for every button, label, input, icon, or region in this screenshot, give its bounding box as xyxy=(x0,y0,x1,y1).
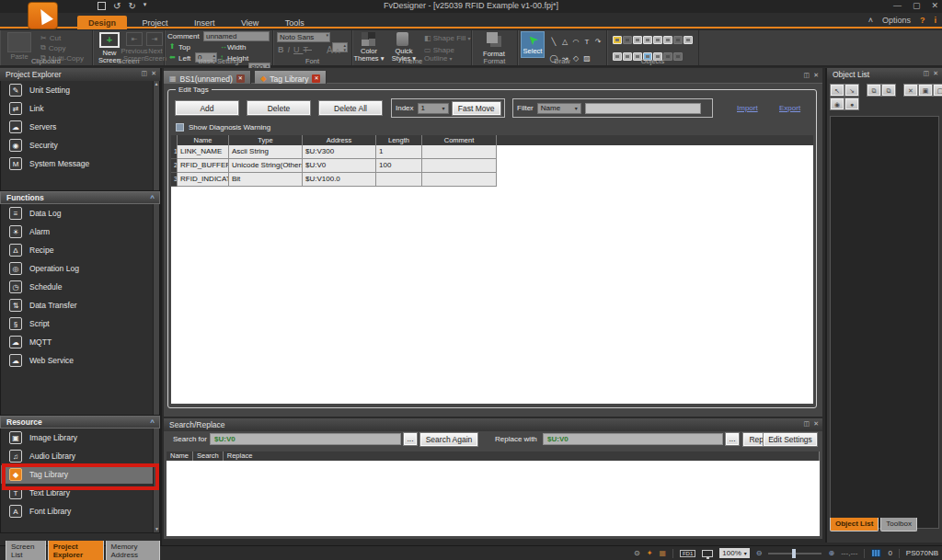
format-icon[interactable] xyxy=(487,32,498,43)
pin-icon[interactable]: ◫ xyxy=(804,72,810,79)
undo-icon[interactable]: ↺ xyxy=(113,1,121,11)
pie-meter-icon[interactable] xyxy=(684,36,693,44)
redo-icon[interactable]: ↻ xyxy=(128,1,135,11)
lock-icon[interactable]: ▣ xyxy=(919,85,932,96)
app-logo-icon[interactable] xyxy=(28,2,58,29)
export-link[interactable]: Export xyxy=(779,104,800,112)
bold-button[interactable]: B xyxy=(278,45,288,54)
line-tool[interactable]: ╲ xyxy=(548,37,559,47)
minimize-button[interactable]: — xyxy=(893,1,902,10)
switch-icon[interactable] xyxy=(633,36,642,44)
close-panel-icon[interactable]: ✕ xyxy=(151,70,156,77)
tab-tools[interactable]: Tools xyxy=(274,16,316,29)
arc-tool[interactable]: ◠ xyxy=(570,37,581,47)
polygon-tool[interactable]: △ xyxy=(559,37,570,47)
object-list-body[interactable] xyxy=(830,116,939,529)
close-tab-icon[interactable]: ✕ xyxy=(236,74,245,83)
qat-more-icon[interactable]: ▾ xyxy=(144,1,147,11)
bring-forward-icon[interactable]: ↖ xyxy=(831,85,844,96)
close-button[interactable]: ✕ xyxy=(931,1,938,10)
tab-object-list[interactable]: Object List xyxy=(830,518,879,531)
filter-text-input[interactable] xyxy=(585,103,701,114)
table-row[interactable]: 2 RFID_BUFFER Unicode String(Others) $U:… xyxy=(171,159,813,173)
sidebar-item-text-library[interactable]: TText Library xyxy=(1,484,159,502)
scrollbar[interactable] xyxy=(153,204,159,415)
ungroup-icon[interactable]: ⧉ xyxy=(882,85,895,96)
save-icon[interactable] xyxy=(98,2,106,10)
sidebar-item-web-service[interactable]: ☁Web Service xyxy=(1,351,159,370)
zoom-slider-thumb[interactable] xyxy=(792,549,796,558)
comment-input[interactable]: unnamed xyxy=(203,31,270,41)
show-diagnosis-checkbox[interactable] xyxy=(176,123,184,131)
import-link[interactable]: Import xyxy=(737,104,758,112)
edit-settings-button[interactable]: Edit Settings xyxy=(764,433,817,446)
search-browse-button[interactable]: ... xyxy=(404,433,417,445)
help-icon[interactable]: ? xyxy=(920,16,925,25)
zoom-out-icon[interactable]: ⊖ xyxy=(756,549,763,557)
tab-toolbox[interactable]: Toolbox xyxy=(880,518,917,531)
send-backward-icon[interactable]: ↘ xyxy=(845,85,858,96)
sidebar-item-font-library[interactable]: AFont Library xyxy=(1,502,159,520)
monitor-icon[interactable] xyxy=(702,550,713,557)
group-icon[interactable]: ⧉ xyxy=(867,85,880,96)
search-for-input[interactable]: $U:V0 xyxy=(210,433,401,445)
replace-browse-button[interactable]: ... xyxy=(726,433,739,445)
zoom-level-select[interactable]: 100%▾ xyxy=(719,548,749,558)
keypad-icon[interactable] xyxy=(663,36,672,44)
collapse-ribbon-icon[interactable]: ˄ xyxy=(868,16,873,25)
select-tool-button[interactable]: ➤ Select xyxy=(521,31,545,58)
hide-all-icon[interactable]: ● xyxy=(845,98,858,109)
grow-font-button[interactable]: A xyxy=(327,45,333,55)
sidebar-item-recipe[interactable]: ΔRecipe xyxy=(1,241,159,259)
simulate-icon[interactable]: ✦ xyxy=(647,549,653,557)
sidebar-item-link[interactable]: ⇄Link xyxy=(1,99,159,118)
close-panel-icon[interactable]: ✕ xyxy=(813,420,819,428)
table-row[interactable]: 1 LINK_NAME Ascii String $U:V300 1 xyxy=(171,145,813,159)
pin-icon[interactable]: ◫ xyxy=(804,420,810,428)
zoom-in-icon[interactable]: ⊕ xyxy=(828,549,834,557)
pin-icon[interactable]: ◫ xyxy=(142,70,148,77)
sidebar-item-security[interactable]: ◉Security xyxy=(1,136,159,154)
search-again-button[interactable]: Search Again xyxy=(420,433,477,446)
delete-button[interactable]: Delete xyxy=(247,101,310,115)
sidebar-item-servers[interactable]: ☁Servers xyxy=(1,118,159,136)
column-name[interactable]: Name xyxy=(178,135,229,145)
fast-move-button[interactable]: Fast Move xyxy=(453,102,500,115)
filter-column-select[interactable]: Name▾ xyxy=(537,103,581,114)
sidebar-item-schedule[interactable]: ◷Schedule xyxy=(1,278,159,296)
sidebar-item-data-log[interactable]: ≡Data Log xyxy=(1,204,159,223)
sidebar-item-mqtt[interactable]: ☁MQTT xyxy=(1,333,159,351)
close-doc-icon[interactable]: ✕ xyxy=(813,72,819,79)
graph-icon[interactable] xyxy=(653,36,662,44)
copy-button[interactable]: ⧉Copy xyxy=(40,43,84,52)
replace-with-input[interactable]: $U:V0 xyxy=(543,433,723,445)
color-themes-icon[interactable] xyxy=(362,32,375,46)
sidebar-item-system-message[interactable]: MSystem Message xyxy=(1,154,159,173)
previous-screen-icon[interactable]: ⇤ xyxy=(126,32,143,46)
pin-icon[interactable]: ◫ xyxy=(924,70,930,77)
column-length[interactable]: Length xyxy=(376,135,422,145)
table-row[interactable]: 3 RFID_INDICATOR Bit $U:V100.0 xyxy=(171,173,813,187)
options-button[interactable]: Options xyxy=(882,16,911,25)
column-replace[interactable]: Replace xyxy=(224,451,820,461)
column-search[interactable]: Search xyxy=(193,451,224,461)
tab-project[interactable]: Project xyxy=(131,16,178,29)
tab-memory-address[interactable]: Memory Address xyxy=(106,541,160,560)
sidebar-item-data-transfer[interactable]: ⇅Data Transfer xyxy=(1,296,159,314)
font-family-select[interactable]: Noto Sans▾ xyxy=(277,32,330,42)
resource-section-header[interactable]: Resource˄ xyxy=(0,416,160,429)
shape-fill-button[interactable]: ◧ Shape Fill ▾ xyxy=(424,34,471,42)
touch-icon[interactable] xyxy=(623,36,632,44)
sidebar-item-image-library[interactable]: ▣Image Library xyxy=(1,429,159,447)
delete-all-button[interactable]: Delete All xyxy=(319,101,382,115)
paste-icon[interactable] xyxy=(7,32,31,52)
functions-section-header[interactable]: Functions˄ xyxy=(0,191,160,204)
new-screen-icon[interactable]: + xyxy=(99,32,120,48)
unlock-icon[interactable]: ▢ xyxy=(934,85,942,96)
quick-styles-icon[interactable] xyxy=(396,32,408,46)
info-icon[interactable]: i xyxy=(934,16,936,25)
sidebar-item-operation-log[interactable]: ◎Operation Log xyxy=(1,259,159,278)
column-name[interactable]: Name xyxy=(167,451,193,461)
sidebar-item-alarm[interactable]: ☀Alarm xyxy=(1,223,159,241)
zoom-search-icon[interactable]: ⊙ xyxy=(634,549,640,557)
